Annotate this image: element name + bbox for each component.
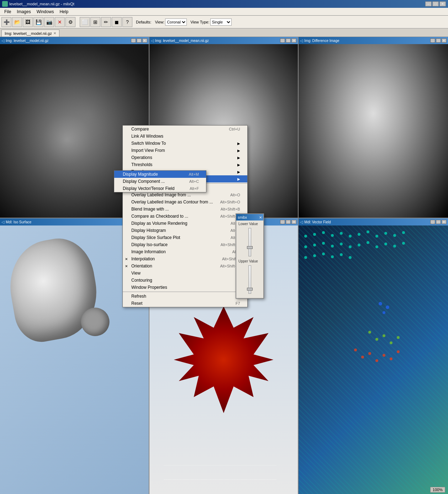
app-icon (2, 1, 8, 7)
tab-levelset[interactable]: Img: levelset__model.nii.gz ✕ (1, 30, 59, 37)
panel-min-vector[interactable]: _ (430, 220, 435, 224)
view-select[interactable]: Coronal Axial Sagittal (165, 18, 187, 26)
quad-view-button[interactable]: ⊞ (90, 17, 100, 27)
ctx-compare-checkboard[interactable]: Compare as Checkboard to ... Alt+Shift+C (123, 213, 247, 220)
panel-controls-vector: _ □ ✕ (430, 220, 447, 224)
menu-file[interactable]: File (1, 9, 14, 15)
vector-svg (299, 225, 448, 494)
svg-point-24 (304, 256, 307, 259)
panel-close-red[interactable]: ✕ (291, 220, 296, 224)
ctx-window-props[interactable]: Window Properties ▶ (123, 284, 247, 291)
svg-point-0 (304, 235, 307, 238)
panel-close-3[interactable]: ✕ (442, 38, 447, 43)
panel-arrow-2: ◁ (151, 38, 154, 43)
ctx-contouring[interactable]: Contouring ▶ (123, 277, 247, 284)
defaults-label: Defaults: (136, 20, 151, 24)
smibx-upper-track[interactable] (248, 265, 251, 294)
ctx-overlay-contour[interactable]: Overlay Labelled Image as Contour from .… (123, 198, 247, 206)
panel-close-1[interactable]: ✕ (142, 38, 147, 43)
panel-title-vector: Mdl: Vector Field (304, 220, 331, 224)
ctx-thresholds[interactable]: Thresholds ▶ (123, 161, 247, 168)
ctx-overlay-labelled[interactable]: Overlay Labelled Image from ... Alt+O (123, 191, 247, 198)
menu-help[interactable]: Help (57, 9, 71, 15)
ctx-volume-rendering[interactable]: Display as Volume Rendering Alt+V (123, 220, 247, 227)
ctx-image-info[interactable]: Image Information Alt+I (123, 248, 247, 255)
viewtype-label: View Type: (190, 20, 209, 24)
panel-max-3[interactable]: □ (436, 38, 441, 43)
panel-max-vector[interactable]: □ (436, 220, 441, 224)
delete-button[interactable]: ✕ (55, 17, 65, 27)
ctx-link-all[interactable]: Link All Windows (123, 133, 247, 140)
smibx-titlebar: smibx ✕ (236, 214, 263, 221)
ctx-blend-image[interactable]: Blend Image with ... Alt+Shift+B (123, 206, 247, 213)
single-view-button[interactable]: ⬜ (80, 17, 90, 27)
close-button[interactable]: ✕ (439, 1, 446, 6)
annotate-button[interactable]: ✏ (101, 17, 111, 27)
main-content: ◁ Img: levelset__model.nii.gz _ □ ✕ ◁ Im… (0, 37, 448, 494)
panel-close-2[interactable]: ✕ (291, 38, 296, 43)
smibx-upper-label: Upper Value (236, 258, 263, 264)
ctx-view[interactable]: View ▶ (123, 270, 247, 277)
panel-max-1[interactable]: □ (137, 38, 142, 43)
smibx-lower-track[interactable] (248, 228, 251, 256)
ctx-display-magnitude[interactable]: Display Magnitude Alt+M (114, 171, 206, 178)
screenshot-button[interactable]: 📷 (44, 17, 54, 27)
window-title: levelset__model_mean.nii.gz - milxQt (9, 2, 74, 6)
svg-point-28 (340, 253, 343, 256)
panel-title-2: Img: levelset__model_mean.nii.gz (155, 39, 209, 43)
panel-close-vector[interactable]: ✕ (442, 220, 447, 224)
panel-min-3[interactable]: _ (430, 38, 435, 43)
tab-close-button[interactable]: ✕ (53, 31, 56, 35)
ctx-refresh[interactable]: Refresh F5 (123, 293, 247, 300)
check-interpolation: ✕ (125, 257, 128, 261)
ctx-import-view[interactable]: Import View From ▶ (123, 147, 247, 154)
mask-button[interactable]: ◼ (112, 17, 122, 27)
save-button[interactable]: 💾 (33, 17, 43, 27)
panel-min-2[interactable]: _ (280, 38, 285, 43)
open-button[interactable]: 📂 (12, 17, 22, 27)
ctx-iso-surface[interactable]: Display Iso-surface Alt+Shift+S (123, 241, 247, 248)
menu-windows[interactable]: Windows (34, 9, 57, 15)
smibx-upper-thumb[interactable] (247, 288, 253, 291)
ctx-interpolation[interactable]: ✕ Interpolation Alt+Shift+I (123, 255, 247, 262)
svg-point-16 (340, 243, 343, 245)
panel-max-red[interactable]: □ (286, 220, 291, 224)
svg-point-12 (304, 245, 307, 248)
ctx-reset[interactable]: Reset F7 (123, 300, 247, 307)
panel-controls-red: _ □ ✕ (280, 220, 296, 224)
add-image-button[interactable]: 🖼 (23, 17, 33, 27)
minimize-button[interactable]: ─ (425, 1, 432, 6)
maximize-button[interactable]: □ (432, 1, 439, 6)
panel-min-1[interactable]: _ (131, 38, 136, 43)
ctx-orientation[interactable]: ✕ Orientation Alt+Shift+O (123, 262, 247, 270)
viewtype-select[interactable]: Single Multiple (210, 18, 232, 26)
panel-arrow-1: ◁ (1, 38, 4, 43)
svg-point-33 (368, 331, 371, 334)
help-button[interactable]: ? (122, 17, 132, 27)
ctx-operations[interactable]: Operations ▶ (123, 154, 247, 161)
panel-title-iso: Mdl: Iso Surface (6, 220, 31, 224)
ctx-slice-surface-plot[interactable]: Display Slice Surface Plot Alt+S (123, 234, 247, 241)
ctx-histogram[interactable]: Display Histogram Alt+H (123, 227, 247, 234)
panel-titlebar-3: ◁ Img: Difference Image _ □ ✕ (299, 37, 448, 44)
ctx-arrow-thresh: ▶ (237, 163, 240, 167)
panel-title-3: Img: Difference Image (304, 39, 339, 43)
iso-shape (3, 233, 104, 346)
ctx-display-component[interactable]: Display Component ... Alt+C (114, 178, 206, 185)
menu-images[interactable]: Images (14, 9, 33, 15)
smibx-lower-thumb[interactable] (247, 246, 253, 249)
panel-max-2[interactable]: □ (286, 38, 291, 43)
tab-label: Img: levelset__model.nii.gz (5, 31, 52, 36)
panel-min-red[interactable]: _ (280, 220, 285, 224)
check-orientation: ✕ (125, 264, 128, 268)
svg-point-13 (313, 244, 316, 246)
process-button[interactable]: ⚙ (65, 17, 75, 27)
smibx-close-button[interactable]: ✕ (259, 216, 262, 219)
svg-point-19 (367, 241, 369, 244)
smibx-title: smibx (238, 216, 247, 219)
ctx-display-vector-tensor[interactable]: Display Vector/Tensor Field Alt+F (114, 185, 206, 192)
ctx-switch-window[interactable]: Switch Window To ▶ (123, 140, 247, 147)
svg-point-4 (340, 232, 343, 235)
ctx-compare[interactable]: Compare Ctrl+U (123, 126, 247, 133)
new-button[interactable]: ➕ (1, 17, 11, 27)
